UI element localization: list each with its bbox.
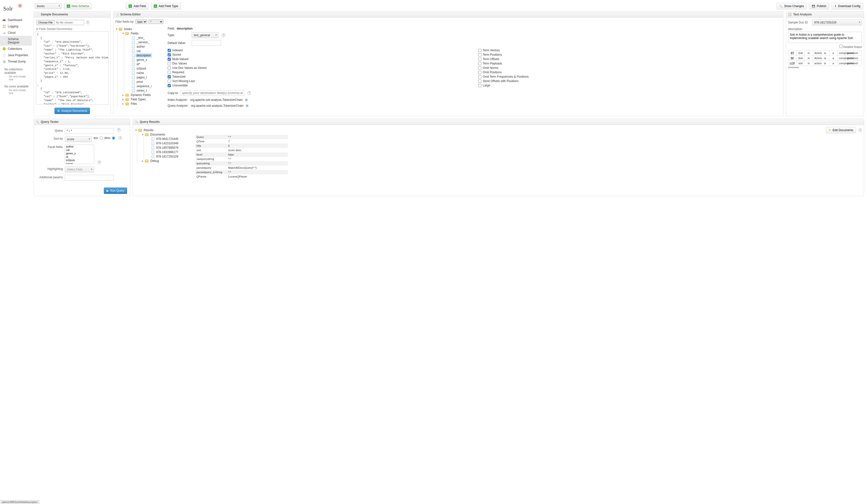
tree-field[interactable]: genre_s [136,58,148,62]
tree-files[interactable]: Files [130,102,138,106]
field-prop-checkbox[interactable] [478,71,481,74]
result-doc[interactable]: 978-1933988177 [155,150,179,154]
tree-toggle[interactable]: ▾ [141,133,144,136]
help-icon[interactable]: ? [247,91,251,95]
documents-node[interactable]: Documents [149,133,166,136]
copy-to-input[interactable] [181,90,244,96]
analyze-documents-button[interactable]: Analyze Documents [54,108,90,114]
field-prop-checkbox[interactable] [168,62,171,65]
expand-index-analyzer[interactable]: ⊞ [245,98,247,101]
create-collection-link[interactable]: Go and create one [2,75,29,81]
nav-thread-dump[interactable]: Thread Dump [0,58,32,65]
field-prop-checkbox[interactable] [478,80,481,83]
nav-cloud[interactable]: Cloud [0,30,32,36]
field-prop-label: Tokenized [172,75,185,78]
field-prop-checkbox[interactable] [478,84,481,87]
field-prop-checkbox[interactable] [478,62,481,65]
help-icon[interactable]: ? [118,136,122,140]
default-value-input[interactable] [192,40,221,46]
add-field-type-button[interactable]: +Add Field Type [151,3,181,9]
debug-node[interactable]: Debug [149,159,160,163]
sample-doc-id-select[interactable]: 978-1617291029 [812,20,862,25]
query-input[interactable] [65,128,114,134]
analysis-text-input[interactable]: Solr in Action is a comprehensive guide … [788,32,862,43]
document-icon [151,146,154,150]
tree-field[interactable]: inStock [136,67,147,70]
tree-field-types[interactable]: Field Types [130,97,147,101]
highlighting-select[interactable]: Select Field [65,166,94,172]
nav-java-properties[interactable]: Java Properties [0,52,32,58]
tree-toggle[interactable]: ▸ [141,159,144,163]
download-config-button[interactable]: Download Config [832,3,863,9]
field-prop-checkbox[interactable] [478,49,481,52]
run-query-button[interactable]: ▶Run Query [104,187,127,194]
help-icon[interactable]: ? [858,129,862,132]
results-node[interactable]: Results [143,128,154,132]
tree-fields-label[interactable]: Fields [130,32,140,35]
tree-field[interactable]: _text_ [136,36,146,40]
help-icon[interactable]: ? [222,33,225,37]
field-prop-checkbox[interactable] [168,84,171,87]
tree-field[interactable]: _version_ [136,40,150,44]
field-prop-checkbox[interactable] [478,58,481,61]
result-doc[interactable]: 978-1857995879 [155,146,179,150]
tree-field[interactable]: price [136,80,144,84]
detailed-output-toggle[interactable]: Detailed Output [839,45,862,48]
tree-toggle[interactable]: ▾ [122,32,125,35]
field-prop-checkbox[interactable] [168,53,171,56]
field-prop-checkbox[interactable] [168,49,171,52]
field-prop-checkbox[interactable] [168,71,171,74]
tree-field[interactable]: description [136,54,152,57]
tree-field[interactable]: author [136,45,146,48]
add-field-button[interactable]: +Add Field [126,3,149,9]
desc-radio[interactable] [112,136,115,140]
show-changes-button[interactable]: Show Changes [777,3,807,9]
tree-toggle[interactable]: ▸ [122,102,125,106]
tree-field[interactable]: pages_i [136,75,148,79]
tree-toggle[interactable]: ▾ [135,129,137,132]
new-schema-button[interactable]: +New Schema [64,3,92,9]
field-prop-checkbox[interactable] [168,58,171,61]
tree-field[interactable]: id* [136,62,141,66]
nav-logging[interactable]: Logging [0,23,32,30]
asc-radio[interactable] [100,136,103,140]
field-prop-checkbox[interactable] [478,53,481,56]
tree-field[interactable]: series_t [136,89,148,92]
result-doc[interactable]: 978-1617291029 [155,155,179,158]
nav-collections[interactable]: Collections [0,46,32,52]
result-doc[interactable]: 978-0641723445 [155,137,179,141]
tree-field[interactable]: cat [136,49,141,53]
additional-params-input[interactable] [65,175,114,180]
help-icon[interactable]: ? [117,128,120,132]
result-doc[interactable]: 978-1423103349 [155,141,179,145]
create-core-link[interactable]: Go and create one [2,89,29,95]
filter-select-value[interactable]: * [149,20,163,24]
tree-toggle[interactable]: ▸ [122,98,125,101]
nav-schema-designer[interactable]: Schema Designer [0,36,32,46]
help-icon[interactable]: ? [86,21,89,24]
tree-root-label[interactable]: books [123,27,133,31]
tree-field[interactable]: name [136,71,145,75]
expand-query-analyzer[interactable]: ⊞ [246,104,248,108]
schema-select[interactable]: books [35,3,62,9]
sort-by-select[interactable]: score [65,136,92,142]
field-prop-checkbox[interactable] [168,75,171,78]
edit-documents-button[interactable]: Edit Documents [826,127,856,133]
field-prop-checkbox[interactable] [168,66,171,69]
field-prop-checkbox[interactable] [168,80,171,83]
nav-dashboard[interactable]: Dashboard [0,17,32,23]
tree-toggle[interactable]: ▸ [122,93,125,97]
sample-documents-textarea[interactable]: [ { "id" : "978-0641723445", "cat" : ["b… [36,31,108,105]
choose-file-button[interactable]: Choose File [37,20,54,25]
facet-fields-list[interactable]: authorcatgenre_sidinStocknamepages_i [65,144,94,164]
tree-field[interactable]: sequence_i [136,84,152,88]
tree-dynamic-fields[interactable]: Dynamic Fields [130,93,152,97]
publish-button[interactable]: Publish [809,3,829,9]
filter-select-type[interactable]: type [136,20,147,24]
field-prop-checkbox[interactable] [478,75,481,78]
field-type-select[interactable]: text_general [192,32,218,38]
analysis-scrollbar[interactable] [788,67,799,68]
help-icon[interactable]: ? [97,161,101,164]
field-prop-checkbox[interactable] [478,66,481,69]
tree-toggle[interactable]: ▾ [115,28,118,31]
